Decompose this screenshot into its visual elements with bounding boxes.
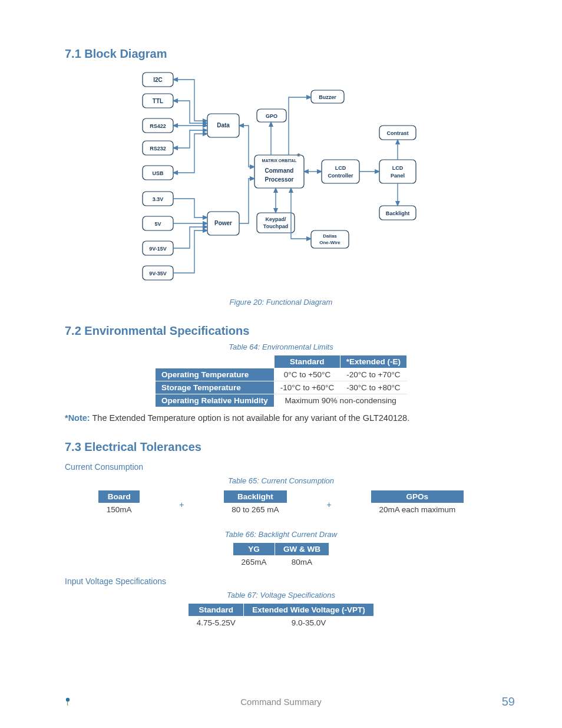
diag-lcdpanel-box: LCD Panel [379, 160, 416, 183]
env-r2-std: -10°C to +60°C [274, 381, 340, 394]
plus-icon-1: + [179, 499, 184, 509]
svg-rect-17 [379, 160, 416, 183]
diag-usb-label: USB [152, 170, 164, 176]
env-h-extended: *Extended (-E) [340, 355, 406, 368]
diag-keypad-box: Keypad/ Touchpad [257, 213, 295, 233]
diag-keypad-l1: Keypad/ [265, 216, 286, 222]
env-h-standard: Standard [274, 355, 340, 368]
section-7-2-heading: 7.2 Environmental Specifications [65, 324, 497, 338]
diag-lcdctrl-l2: Controller [328, 173, 353, 179]
diag-power-box: Power [207, 212, 239, 235]
diag-backlight-box: Backlight [379, 206, 416, 220]
table-65-caption: Table 65: Current Consumption [65, 476, 497, 485]
diag-3v3-label: 3.3V [153, 196, 164, 202]
block-diagram: I2C TTL RS422 RS232 USB 3.3V [137, 67, 425, 293]
cons-v-backlight: 80 to 265 mA [223, 503, 287, 516]
cons-v-gpos: 20mA each maximum [371, 503, 464, 516]
backlight-mini-table: Backlight 80 to 265 mA [223, 490, 287, 516]
diag-dallas-l1: Dallas [323, 233, 337, 239]
cons-v-board: 150mA [98, 503, 140, 516]
env-r1-ext: -20°C to +70°C [340, 368, 406, 381]
gpos-mini-table: GPOs 20mA each maximum [371, 490, 464, 516]
voltage-spec-table: Standard Extended Wide Voltage (-VPT) 4.… [188, 603, 374, 629]
diag-backlight-label: Backlight [386, 210, 410, 216]
env-r2-label: Storage Temperature [155, 381, 274, 394]
table-67-caption: Table 67: Voltage Specifications [65, 591, 497, 599]
diag-3v3-box: 3.3V [143, 192, 173, 206]
diag-data-box: Data [207, 114, 239, 137]
bldraw-v-yg: 265mA [233, 556, 275, 569]
diag-dallas-l2: One-Wire [319, 240, 340, 245]
volt-h-std: Standard [189, 604, 244, 617]
section-7-3-heading: 7.3 Electrical Tolerances [65, 440, 497, 454]
diag-data-label: Data [217, 122, 230, 129]
note-text: The Extended Temperature option is not a… [90, 413, 409, 423]
env-r1-label: Operating Temperature [155, 368, 274, 381]
table-66-caption: Table 66: Backlight Current Draw [65, 530, 497, 539]
diag-lcdctrl-box: LCD Controller [322, 160, 359, 183]
diag-gpo-label: GPO [266, 113, 277, 119]
diag-contrast-label: Contrast [386, 130, 408, 136]
env-r1-std: 0°C to +50°C [274, 368, 340, 381]
env-r3-val: Maximum 90% non-condensing [274, 394, 406, 407]
diag-lcdctrl-l1: LCD [335, 165, 346, 171]
diag-9v35-label: 9V-35V [149, 271, 167, 276]
environmental-limits-table: Standard *Extended (-E) Operating Temper… [155, 355, 407, 407]
diag-9v35-box: 9V-35V [143, 266, 173, 280]
diag-brand-label: MATRIX ORBITAL [262, 159, 297, 163]
figure-20-caption: Figure 20: Functional Diagram [65, 298, 497, 307]
diag-5v-box: 5V [143, 216, 173, 230]
diag-lcdpanel-l2: Panel [391, 173, 405, 179]
bldraw-v-gwwb: 80mA [275, 556, 329, 569]
diag-lcdpanel-l1: LCD [392, 165, 404, 171]
svg-rect-16 [322, 160, 359, 183]
subhead-input-voltage: Input Voltage Specifications [65, 577, 497, 586]
diag-i2c-label: I2C [153, 77, 163, 83]
diag-5v-label: 5V [154, 221, 161, 227]
diag-contrast-box: Contrast [379, 126, 416, 140]
cons-h-backlight: Backlight [223, 490, 287, 503]
diag-rs232-box: RS232 [143, 141, 173, 155]
volt-v-ext: 9.0-35.0V [244, 617, 374, 630]
plus-icon-2: + [326, 499, 331, 509]
board-mini-table: Board 150mA [98, 490, 140, 516]
section-7-1-heading: 7.1 Block Diagram [65, 47, 497, 61]
diag-rs232-label: RS232 [150, 146, 166, 151]
diag-buzzer-box: Buzzer [311, 90, 344, 103]
subhead-current-consumption: Current Consumption [65, 462, 497, 472]
diag-dallas-box: Dallas One-Wire [311, 230, 349, 248]
diag-ttl-label: TTL [153, 98, 163, 104]
backlight-draw-table: YG GW & WB 265mA 80mA [233, 542, 329, 568]
cons-h-gpos: GPOs [371, 490, 464, 503]
bldraw-h-gwwb: GW & WB [275, 543, 329, 556]
block-diagram-svg: I2C TTL RS422 RS232 USB 3.3V [137, 67, 425, 291]
current-consumption-row: Board 150mA + Backlight 80 to 265 mA + G… [65, 489, 497, 519]
volt-h-ext: Extended Wide Voltage (-VPT) [244, 604, 374, 617]
diag-buzzer-label: Buzzer [319, 94, 336, 100]
env-r2-ext: -30°C to +80°C [340, 381, 406, 394]
bldraw-h-yg: YG [233, 543, 275, 556]
diag-gpo-box: GPO [257, 109, 286, 122]
diag-i2c-box: I2C [143, 73, 173, 87]
diag-cmdproc-box: MATRIX ORBITAL ® Command Processor [254, 153, 304, 188]
diag-ttl-box: TTL [143, 94, 173, 108]
table-64-caption: Table 64: Environmental Limits [65, 342, 497, 351]
diag-power-label: Power [214, 220, 232, 226]
diag-9v15-box: 9V-15V [143, 241, 173, 255]
note-line: *Note: The Extended Temperature option i… [65, 413, 497, 423]
diag-usb-box: USB [143, 166, 173, 180]
volt-v-std: 4.75-5.25V [189, 617, 244, 630]
page-footer: Command Summary 59 [0, 697, 562, 707]
footer-center-text: Command Summary [240, 697, 322, 707]
cons-h-board: Board [98, 490, 140, 503]
note-prefix: *Note: [65, 413, 90, 423]
diag-keypad-l2: Touchpad [263, 223, 288, 229]
diag-rs422-box: RS422 [143, 118, 173, 133]
diag-rs422-label: RS422 [150, 123, 166, 129]
footer-page-number: 59 [502, 695, 515, 709]
env-r3-label: Operating Relative Humidity [155, 394, 274, 407]
diag-cmdproc-l2: Processor [265, 176, 294, 183]
diag-cmdproc-l1: Command [265, 167, 294, 174]
diag-9v15-label: 9V-15V [149, 246, 167, 252]
diag-reg-icon: ® [297, 153, 300, 158]
